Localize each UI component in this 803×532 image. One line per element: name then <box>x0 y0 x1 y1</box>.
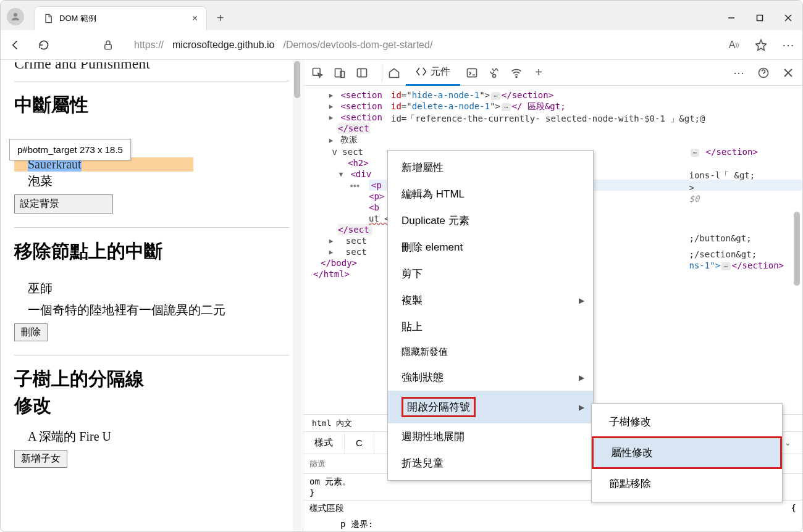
devtools-more-icon[interactable]: ⋯ <box>728 62 749 83</box>
ctx-hide[interactable]: 隱藏新發值 <box>388 340 593 364</box>
dom-tree-right: id="hide-a-node-1">⋯</section> id="delet… <box>391 89 786 125</box>
page-pane: Crime and Punishment 中斷屬性 p#botm_target … <box>1 60 303 532</box>
ctx-break-on[interactable]: 開啟分隔符號▶ <box>388 391 593 423</box>
minimize-button[interactable] <box>717 8 746 28</box>
sub-attr-mod[interactable]: 屬性修改 <box>592 436 782 469</box>
back-button[interactable] <box>7 36 24 54</box>
p-kimchi: 泡菜 <box>28 173 289 189</box>
site-info-lock-icon[interactable] <box>99 36 117 54</box>
network-tab-icon[interactable] <box>506 62 527 83</box>
devtools-close-icon[interactable] <box>778 62 799 83</box>
help-icon[interactable] <box>753 62 774 83</box>
divider <box>14 81 289 81</box>
sources-tab-icon[interactable] <box>484 62 505 83</box>
url-path: /Demos/devtools-dom-get-started/ <box>283 39 432 51</box>
panel-icon[interactable] <box>351 62 372 83</box>
sub-subtree-mod[interactable]: 子樹修改 <box>592 407 782 436</box>
style-rule-2: 樣式區段 { <box>303 500 802 517</box>
favorites-star-icon[interactable] <box>753 37 769 53</box>
ctx-duplicate[interactable]: Duplicate 元素 <box>388 207 593 234</box>
p-fire: A 深端的 Fire U <box>28 428 289 445</box>
divider <box>14 227 289 228</box>
ctx-cut[interactable]: 剪下 <box>388 260 593 287</box>
svg-rect-6 <box>313 68 321 75</box>
ctx-force-state[interactable]: 強制狀態▶ <box>388 364 593 391</box>
devtools-toolbar: 元件 + ⋯ <box>303 60 802 86</box>
ctx-expand[interactable]: 週期性地展開 <box>388 423 593 450</box>
titlebar: DOM 範例 × + <box>1 1 802 30</box>
ctx-paste[interactable]: 貼上 <box>388 314 593 340</box>
devtools-scrollbar[interactable] <box>792 88 801 528</box>
url-bar[interactable]: https://microsoftedge.github.io/Demos/de… <box>128 39 715 51</box>
computed-tab[interactable]: C <box>345 432 374 454</box>
document-icon <box>43 14 53 23</box>
add-child-button[interactable]: 新增子女 <box>14 450 67 468</box>
delete-button[interactable]: 刪除 <box>14 323 48 341</box>
heading-remove-break: 移除節點上的中斷 <box>14 239 289 264</box>
svg-rect-2 <box>757 15 763 21</box>
svg-point-12 <box>493 74 496 77</box>
new-tab-button[interactable]: + <box>207 11 234 25</box>
browser-tab[interactable]: DOM 範例 × <box>34 6 207 30</box>
inspector-tooltip: p#botm_target 273 x 18.5 <box>9 139 131 160</box>
heading-subtree-line2: 修改 <box>14 393 289 418</box>
sub-node-removal[interactable]: 節點移除 <box>592 469 782 498</box>
set-background-button[interactable]: 設定背景 <box>14 194 113 214</box>
elements-tab[interactable]: 元件 <box>406 60 460 86</box>
svg-rect-11 <box>468 69 477 77</box>
p-strange: 一個奇特的陸地裡有一個詭異的二元 <box>28 302 289 318</box>
browser-toolbar: https://microsoftedge.github.io/Demos/de… <box>1 30 802 60</box>
more-menu-button[interactable]: ⋯ <box>780 37 796 53</box>
device-toggle-icon[interactable] <box>329 62 350 83</box>
ctx-collapse[interactable]: 折迭兒童 <box>388 450 593 476</box>
heading-subtree-line1: 子樹上的分隔線 <box>14 367 289 392</box>
welcome-tab-icon[interactable] <box>384 62 405 83</box>
maximize-button[interactable] <box>746 8 774 28</box>
ctx-copy[interactable]: 複製▶ <box>388 287 593 314</box>
context-menu: 新增屬性 編輯為 HTML Duplicate 元素 刪除 element 剪下… <box>387 150 594 481</box>
tab-title: DOM 範例 <box>59 13 96 24</box>
svg-rect-9 <box>358 69 367 77</box>
inspect-element-icon[interactable] <box>307 62 328 83</box>
svg-point-0 <box>14 13 17 17</box>
window-controls <box>717 6 802 30</box>
p-wizard: 巫師 <box>28 280 289 297</box>
read-aloud-icon[interactable]: A)) <box>726 37 742 53</box>
break-on-submenu: 子樹修改 屬性修改 節點移除 <box>591 403 783 502</box>
refresh-button[interactable] <box>35 36 53 54</box>
ctx-edit-html[interactable]: 編輯為 HTML <box>388 181 593 207</box>
url-host: microsoftedge.github.io <box>172 39 274 51</box>
cut-heading: Crime and Punishment <box>14 62 289 72</box>
divider <box>14 355 289 355</box>
heading-break-attr: 中斷屬性 <box>14 93 289 118</box>
svg-rect-5 <box>105 44 112 49</box>
ctx-delete-element[interactable]: 刪除 element <box>388 234 593 260</box>
svg-point-13 <box>516 76 517 77</box>
styles-tab[interactable]: 樣式 <box>303 432 345 454</box>
ctx-add-attribute[interactable]: 新增屬性 <box>388 154 593 181</box>
close-window-button[interactable] <box>774 8 802 28</box>
page-scrollbar[interactable] <box>293 60 301 532</box>
profile-avatar[interactable] <box>7 8 24 25</box>
breadcrumb-left[interactable]: html 內文 <box>306 418 358 429</box>
console-tab-icon[interactable] <box>461 62 482 83</box>
style-p-margin: p 邊界: <box>303 517 802 532</box>
url-scheme: https:// <box>134 39 164 51</box>
tab-close-icon[interactable]: × <box>192 13 198 24</box>
add-tab-icon[interactable]: + <box>528 62 549 83</box>
